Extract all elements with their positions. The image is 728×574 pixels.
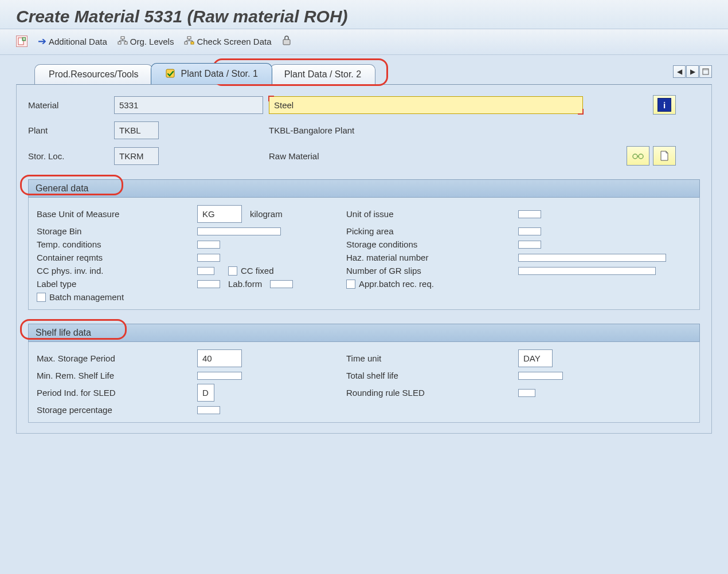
cc-fixed-label: CC fixed [241,266,274,276]
buom-text: kilogram [250,209,283,219]
check-screen-icon [184,36,194,47]
additional-data-label: Additional Data [49,37,107,46]
round-label: Rounding rule SLED [346,388,518,398]
spct-label: Storage percentage [37,405,197,415]
sbin-input[interactable] [197,227,281,235]
spct-input[interactable] [197,406,220,414]
total-input[interactable] [518,372,563,380]
sloc-label: Stor. Loc. [28,151,114,161]
haz-input[interactable] [518,254,666,262]
plant-input[interactable]: TKBL [114,121,159,139]
labform-input[interactable] [270,280,293,288]
lock-button[interactable] [282,35,291,48]
labform-label: Lab.form [228,279,262,289]
minrem-label: Min. Rem. Shelf Life [37,371,197,380]
additional-data-button[interactable]: ➔ Additional Data [38,35,107,48]
svg-rect-8 [283,40,290,45]
document-plus-icon [16,36,28,47]
shelf-life-body: Max. Storage Period 40 Time unit DAY Min… [28,342,700,423]
info-button[interactable]: i [653,95,676,115]
tab-check-icon [165,68,177,80]
svg-rect-2 [121,37,124,39]
appr-label: Appr.batch rec. req. [359,279,434,289]
appr-batch-checkbox[interactable] [346,280,355,289]
tab-plant-data-2[interactable]: Plant Data / Stor. 2 [270,64,375,84]
arrow-right-icon: ➔ [38,35,46,48]
display-button[interactable] [627,146,649,166]
shelf-life-header: Shelf life data [28,324,700,342]
sloc-input[interactable]: TKRM [114,147,159,165]
page-icon [660,151,669,161]
maxsp-input[interactable]: 40 [197,349,242,367]
buom-input[interactable]: KG [197,205,242,223]
creq-label: Container reqmts [37,253,197,262]
tunit-input[interactable]: DAY [518,349,553,367]
glasses-icon [632,152,644,160]
batch-mgmt-checkbox[interactable] [37,293,46,302]
toolbar: ➔ Additional Data Org. Levels Check Scre… [0,29,728,55]
temp-label: Temp. conditions [37,239,197,249]
material-desc-input[interactable]: Steel [269,96,583,114]
grslips-input[interactable] [518,267,656,275]
material-label: Material [28,100,114,110]
tab-prod-resources-label: Prod.Resources/Tools [49,69,139,80]
svg-rect-7 [191,42,194,44]
tab-list-button[interactable] [699,65,712,78]
general-data-body: Base Unit of Measure KG kilogram Unit of… [28,198,700,310]
material-input[interactable]: 5331 [114,96,263,114]
plant-desc: TKBL-Bangalore Plant [269,125,590,135]
tab-plant-data-1[interactable]: Plant Data / Stor. 1 [151,63,272,84]
plant-label: Plant [28,125,114,135]
sloc-desc: Raw Material [269,151,590,161]
header-section: Material 5331 Steel i Plant TKBL TKBL-Ba… [28,95,700,166]
svg-rect-3 [118,42,121,44]
svg-rect-5 [187,37,191,39]
maxsp-label: Max. Storage Period [37,353,197,363]
cc-fixed-checkbox[interactable] [228,266,237,276]
tab-row: Prod.Resources/Tools Plant Data / Stor. … [0,55,728,84]
labtype-label: Label type [37,279,197,289]
buom-label: Base Unit of Measure [37,209,197,219]
lock-icon [282,35,291,48]
check-screen-label: Check Screen Data [197,37,271,46]
tunit-label: Time unit [346,353,518,363]
creq-input[interactable] [197,254,220,262]
create-button[interactable] [653,146,676,166]
grslips-label: Number of GR slips [346,266,518,276]
tab-scroll-controls: ◀ ▶ [673,65,712,78]
temp-input[interactable] [197,241,220,249]
content-area: Prod.Resources/Tools Plant Data / Stor. … [0,55,728,434]
svg-rect-4 [124,42,127,44]
org-levels-label: Org. Levels [130,37,174,46]
cc-label: CC phys. inv. ind. [37,266,197,276]
pind-input[interactable]: D [197,384,214,402]
tab-scroll-right[interactable]: ▶ [686,65,699,78]
page-title: Create Material 5331 (Raw material ROH) [16,7,712,26]
svg-point-12 [633,154,637,159]
round-input[interactable] [518,389,535,397]
tab-plant-data-1-label: Plant Data / Stor. 1 [181,69,258,79]
batch-label: Batch management [49,292,124,302]
scond-input[interactable] [518,241,541,249]
total-label: Total shelf life [346,371,518,380]
org-levels-icon [118,36,128,47]
labtype-input[interactable] [197,280,220,288]
tab-prod-resources[interactable]: Prod.Resources/Tools [34,64,153,84]
svg-point-13 [639,154,643,159]
general-data-group: General data Base Unit of Measure KG kil… [28,179,700,310]
check-screen-button[interactable]: Check Screen Data [184,36,271,47]
new-view-button[interactable] [16,36,28,47]
uoi-input[interactable] [518,210,541,218]
pick-input[interactable] [518,227,541,235]
org-levels-button[interactable]: Org. Levels [118,36,174,47]
minrem-input[interactable] [197,372,242,380]
main-panel: Material 5331 Steel i Plant TKBL TKBL-Ba… [16,84,712,434]
svg-rect-9 [166,69,174,77]
tab-plant-data-2-label: Plant Data / Stor. 2 [284,69,361,80]
tab-scroll-left[interactable]: ◀ [673,65,686,78]
shelf-life-group: Shelf life data Max. Storage Period 40 T… [28,324,700,423]
svg-rect-11 [703,69,709,70]
title-bar: Create Material 5331 (Raw material ROH) [0,0,728,29]
general-data-header: General data [28,179,700,198]
cc-input[interactable] [197,267,214,275]
